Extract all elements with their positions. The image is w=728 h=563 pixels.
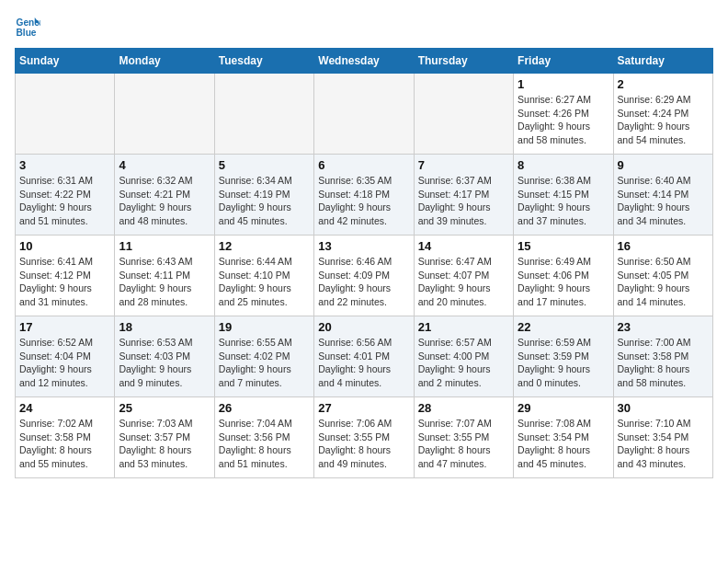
day-number: 9 (618, 158, 709, 172)
weekday-header: Monday (115, 49, 214, 74)
weekday-header: Saturday (613, 49, 712, 74)
calendar-cell (414, 74, 513, 155)
calendar-week-row: 24Sunrise: 7:02 AM Sunset: 3:58 PM Dayli… (16, 397, 713, 478)
page-header: General Blue (15, 15, 713, 40)
day-info: Sunrise: 7:00 AM Sunset: 3:58 PM Dayligh… (618, 336, 709, 390)
calendar-cell: 6Sunrise: 6:35 AM Sunset: 4:18 PM Daylig… (314, 155, 414, 236)
day-info: Sunrise: 7:07 AM Sunset: 3:55 PM Dayligh… (418, 417, 509, 471)
day-number: 14 (418, 239, 509, 253)
calendar-cell (314, 74, 414, 155)
day-info: Sunrise: 6:59 AM Sunset: 3:59 PM Dayligh… (518, 336, 609, 390)
day-number: 16 (618, 239, 709, 253)
day-number: 20 (318, 320, 409, 334)
day-number: 27 (318, 401, 409, 415)
day-number: 12 (219, 239, 310, 253)
calendar-week-row: 10Sunrise: 6:41 AM Sunset: 4:12 PM Dayli… (16, 236, 713, 316)
day-info: Sunrise: 7:02 AM Sunset: 3:58 PM Dayligh… (19, 417, 110, 471)
day-info: Sunrise: 6:38 AM Sunset: 4:15 PM Dayligh… (518, 174, 609, 228)
calendar-cell: 20Sunrise: 6:56 AM Sunset: 4:01 PM Dayli… (314, 316, 414, 397)
weekday-header: Wednesday (314, 49, 414, 74)
day-info: Sunrise: 6:32 AM Sunset: 4:21 PM Dayligh… (119, 174, 210, 228)
weekday-header: Friday (514, 49, 613, 74)
calendar-cell: 28Sunrise: 7:07 AM Sunset: 3:55 PM Dayli… (414, 397, 513, 478)
day-info: Sunrise: 6:56 AM Sunset: 4:01 PM Dayligh… (318, 336, 409, 390)
calendar-cell: 16Sunrise: 6:50 AM Sunset: 4:05 PM Dayli… (613, 236, 712, 316)
day-info: Sunrise: 7:03 AM Sunset: 3:57 PM Dayligh… (119, 417, 210, 471)
day-info: Sunrise: 6:49 AM Sunset: 4:06 PM Dayligh… (518, 255, 609, 309)
calendar-cell: 22Sunrise: 6:59 AM Sunset: 3:59 PM Dayli… (514, 316, 613, 397)
calendar-cell: 2Sunrise: 6:29 AM Sunset: 4:24 PM Daylig… (613, 74, 712, 155)
day-info: Sunrise: 6:55 AM Sunset: 4:02 PM Dayligh… (219, 336, 310, 390)
calendar-cell: 15Sunrise: 6:49 AM Sunset: 4:06 PM Dayli… (514, 236, 613, 316)
calendar-cell: 4Sunrise: 6:32 AM Sunset: 4:21 PM Daylig… (115, 155, 214, 236)
calendar-cell: 7Sunrise: 6:37 AM Sunset: 4:17 PM Daylig… (414, 155, 513, 236)
calendar-cell: 29Sunrise: 7:08 AM Sunset: 3:54 PM Dayli… (514, 397, 613, 478)
day-info: Sunrise: 6:50 AM Sunset: 4:05 PM Dayligh… (618, 255, 709, 309)
day-number: 7 (418, 158, 509, 172)
day-number: 11 (119, 239, 210, 253)
day-number: 24 (19, 401, 110, 415)
day-info: Sunrise: 7:08 AM Sunset: 3:54 PM Dayligh… (518, 417, 609, 471)
day-info: Sunrise: 6:46 AM Sunset: 4:09 PM Dayligh… (318, 255, 409, 309)
day-info: Sunrise: 7:04 AM Sunset: 3:56 PM Dayligh… (219, 417, 310, 471)
day-info: Sunrise: 6:29 AM Sunset: 4:24 PM Dayligh… (618, 93, 709, 147)
logo-icon: General Blue (15, 15, 40, 40)
day-info: Sunrise: 6:57 AM Sunset: 4:00 PM Dayligh… (418, 336, 509, 390)
day-number: 10 (19, 239, 110, 253)
day-info: Sunrise: 6:27 AM Sunset: 4:26 PM Dayligh… (518, 93, 609, 147)
day-info: Sunrise: 6:40 AM Sunset: 4:14 PM Dayligh… (618, 174, 709, 228)
calendar-cell (16, 74, 115, 155)
day-number: 30 (618, 401, 709, 415)
day-number: 22 (518, 320, 609, 334)
day-info: Sunrise: 6:37 AM Sunset: 4:17 PM Dayligh… (418, 174, 509, 228)
day-number: 25 (119, 401, 210, 415)
day-info: Sunrise: 6:44 AM Sunset: 4:10 PM Dayligh… (219, 255, 310, 309)
calendar-cell: 30Sunrise: 7:10 AM Sunset: 3:54 PM Dayli… (613, 397, 712, 478)
calendar-cell: 3Sunrise: 6:31 AM Sunset: 4:22 PM Daylig… (16, 155, 115, 236)
calendar-cell: 21Sunrise: 6:57 AM Sunset: 4:00 PM Dayli… (414, 316, 513, 397)
day-info: Sunrise: 6:34 AM Sunset: 4:19 PM Dayligh… (219, 174, 310, 228)
calendar-cell: 17Sunrise: 6:52 AM Sunset: 4:04 PM Dayli… (16, 316, 115, 397)
calendar-cell: 23Sunrise: 7:00 AM Sunset: 3:58 PM Dayli… (613, 316, 712, 397)
calendar-cell: 12Sunrise: 6:44 AM Sunset: 4:10 PM Dayli… (214, 236, 313, 316)
logo: General Blue (15, 15, 40, 40)
day-number: 29 (518, 401, 609, 415)
day-number: 13 (318, 239, 409, 253)
day-info: Sunrise: 6:52 AM Sunset: 4:04 PM Dayligh… (19, 336, 110, 390)
day-number: 8 (518, 158, 609, 172)
day-info: Sunrise: 6:53 AM Sunset: 4:03 PM Dayligh… (119, 336, 210, 390)
weekday-header: Sunday (16, 49, 115, 74)
calendar-cell: 24Sunrise: 7:02 AM Sunset: 3:58 PM Dayli… (16, 397, 115, 478)
calendar-cell: 26Sunrise: 7:04 AM Sunset: 3:56 PM Dayli… (214, 397, 313, 478)
day-number: 2 (618, 77, 709, 91)
day-number: 5 (219, 158, 310, 172)
weekday-header: Thursday (414, 49, 513, 74)
day-info: Sunrise: 6:47 AM Sunset: 4:07 PM Dayligh… (418, 255, 509, 309)
day-info: Sunrise: 7:10 AM Sunset: 3:54 PM Dayligh… (618, 417, 709, 471)
calendar-cell: 1Sunrise: 6:27 AM Sunset: 4:26 PM Daylig… (514, 74, 613, 155)
day-info: Sunrise: 6:35 AM Sunset: 4:18 PM Dayligh… (318, 174, 409, 228)
calendar-cell: 27Sunrise: 7:06 AM Sunset: 3:55 PM Dayli… (314, 397, 414, 478)
day-number: 4 (119, 158, 210, 172)
calendar-cell: 10Sunrise: 6:41 AM Sunset: 4:12 PM Dayli… (16, 236, 115, 316)
day-info: Sunrise: 6:41 AM Sunset: 4:12 PM Dayligh… (19, 255, 110, 309)
day-number: 23 (618, 320, 709, 334)
day-number: 1 (518, 77, 609, 91)
day-number: 15 (518, 239, 609, 253)
calendar-cell: 9Sunrise: 6:40 AM Sunset: 4:14 PM Daylig… (613, 155, 712, 236)
calendar-cell (115, 74, 214, 155)
calendar-cell: 25Sunrise: 7:03 AM Sunset: 3:57 PM Dayli… (115, 397, 214, 478)
calendar-cell (214, 74, 313, 155)
day-number: 6 (318, 158, 409, 172)
day-number: 26 (219, 401, 310, 415)
calendar-cell: 11Sunrise: 6:43 AM Sunset: 4:11 PM Dayli… (115, 236, 214, 316)
day-info: Sunrise: 6:43 AM Sunset: 4:11 PM Dayligh… (119, 255, 210, 309)
calendar-week-row: 1Sunrise: 6:27 AM Sunset: 4:26 PM Daylig… (16, 74, 713, 155)
day-info: Sunrise: 6:31 AM Sunset: 4:22 PM Dayligh… (19, 174, 110, 228)
day-number: 18 (119, 320, 210, 334)
day-info: Sunrise: 7:06 AM Sunset: 3:55 PM Dayligh… (318, 417, 409, 471)
calendar-cell: 14Sunrise: 6:47 AM Sunset: 4:07 PM Dayli… (414, 236, 513, 316)
svg-text:Blue: Blue (17, 28, 37, 38)
day-number: 28 (418, 401, 509, 415)
day-number: 19 (219, 320, 310, 334)
